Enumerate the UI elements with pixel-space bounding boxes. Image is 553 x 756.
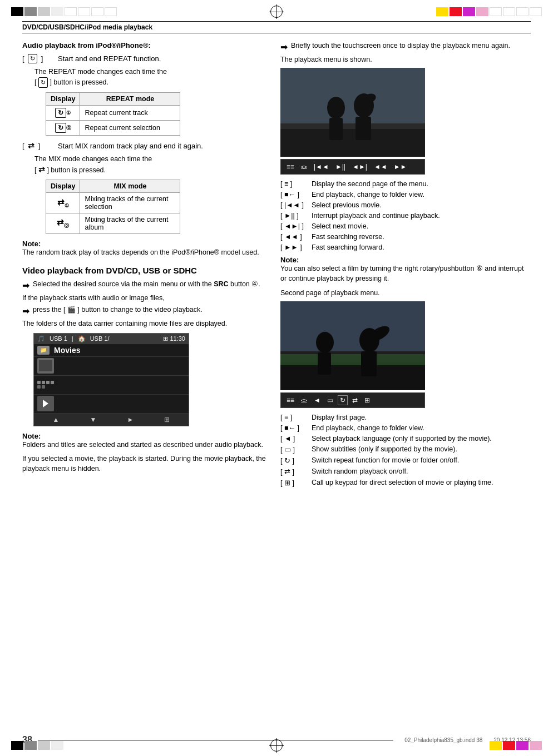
pb-btn-eq[interactable]: ≤≥ bbox=[299, 163, 309, 171]
right-item-2-end: [ ■← ] End playback, change to folder vi… bbox=[280, 424, 531, 432]
mix-desc-1: Mixing tracks of the current selection bbox=[80, 193, 180, 213]
video-point-2-text: press the [ 🎬 ] button to change to the … bbox=[33, 305, 203, 315]
fb-music-icon: 🎵 bbox=[37, 335, 45, 342]
video-point-2: ➡ press the [ 🎬 ] button to change to th… bbox=[22, 305, 267, 316]
pb-btn-menu[interactable]: ≡≡ bbox=[284, 162, 297, 172]
playback-shown-text: The playback menu is shown. bbox=[280, 56, 531, 63]
note-block-right: Note: You can also select a film by turn… bbox=[280, 256, 531, 284]
bottom-color-blocks-left bbox=[11, 741, 63, 750]
right-column: ➡ Briefly touch the touchscreen once to … bbox=[280, 41, 531, 490]
svg-point-3 bbox=[327, 97, 345, 119]
pb-btn-playpause[interactable]: ►|| bbox=[333, 162, 348, 172]
pb2-btn-prev[interactable]: ◄ bbox=[312, 395, 323, 405]
svg-rect-4 bbox=[329, 118, 343, 140]
note-text-2: Folders and titles are selected and star… bbox=[22, 440, 267, 450]
mix-icon-2: ⇄⓪ bbox=[46, 213, 80, 234]
bracket-2-repeat: [ ↻ ] bbox=[280, 456, 308, 465]
video-point-1-text: Selected the desired source via the main… bbox=[33, 280, 260, 290]
table-row: ⇄① Mixing tracks of the current selectio… bbox=[46, 193, 180, 213]
left-column: Audio playback from iPod®/iPhone®: [ ↻ ]… bbox=[22, 41, 267, 490]
right-item-playpause: [ ►|| ] Interrupt playback and continue … bbox=[280, 212, 531, 220]
svg-rect-11 bbox=[280, 354, 425, 365]
pb2-btn-menu[interactable]: ≡≡ bbox=[284, 395, 297, 405]
repeat-desc1: The REPEAT mode changes each time the bbox=[34, 67, 267, 77]
right-item-2-shuffle: [ ⇄ ] Switch random playback on/off. bbox=[280, 467, 531, 476]
repeat-desc-2: Repeat current selection bbox=[80, 121, 180, 136]
svg-rect-1 bbox=[280, 68, 425, 123]
pb2-btn-keypad[interactable]: ⊞ bbox=[362, 395, 372, 405]
video-point-1: ➡ Selected the desired source via the ma… bbox=[22, 280, 267, 291]
repeat-item-text: Start and end REPEAT function. bbox=[58, 54, 267, 64]
fb-btn-play[interactable]: ► bbox=[127, 416, 134, 424]
bracket-prev: [ |◄◄ ] bbox=[280, 201, 308, 209]
bracket-2-keypad: [ ⊞ ] bbox=[280, 479, 308, 487]
pb2-btn-repeat[interactable]: ↻ bbox=[338, 395, 348, 405]
right-item-rew: [ ◄◄ ] Fast searching reverse. bbox=[280, 233, 531, 241]
right-item-prev: [ |◄◄ ] Select previous movie. bbox=[280, 201, 531, 209]
table-row: ↻① Repeat current track bbox=[46, 106, 180, 121]
list-item bbox=[34, 357, 189, 376]
note-block-1: Note: The random track play of tracks de… bbox=[22, 240, 267, 258]
repeat-desc-1: Repeat current track bbox=[80, 106, 180, 121]
menu-text-rew: Fast searching reverse. bbox=[312, 233, 384, 241]
registration-mark-top bbox=[268, 3, 285, 20]
file-browser: 🎵 USB 1 | 🏠 USB 1/ ⊞ 11:30 📁 Movies bbox=[33, 333, 189, 426]
menu-items-1: [ ≡ ] Display the second page of the men… bbox=[280, 180, 531, 251]
repeat-table: Display REPEAT mode ↻① Repeat current tr… bbox=[46, 92, 180, 136]
fb-folder-name: Movies bbox=[54, 346, 80, 355]
right-item-fwd: [ ►► ] Fast searching forward. bbox=[280, 243, 531, 251]
bottom-color-blocks-right bbox=[490, 741, 542, 750]
note-title-1: Note: bbox=[22, 240, 267, 248]
fb-btn-grid[interactable]: ⊞ bbox=[164, 416, 170, 424]
right-item-2-firstpage: [ ≡ ] Display first page. bbox=[280, 414, 531, 421]
right-item-2-keypad: [ ⊞ ] Call up keypad for direct selectio… bbox=[280, 479, 531, 487]
repeat-icon-1: ↻① bbox=[46, 106, 80, 121]
bracket-2-lang: [ ◄ ] bbox=[280, 435, 308, 442]
menu-text-2-lang: Select playback language (only if suppor… bbox=[312, 435, 492, 442]
section-header-text: DVD/CD/USB/SDHC/iPod media playback bbox=[22, 23, 152, 31]
video-if-text: If the playback starts with audio or ima… bbox=[22, 294, 267, 302]
repeat-table-col-mode: REPEAT mode bbox=[80, 93, 180, 106]
note-title-2: Note: bbox=[22, 432, 267, 440]
registration-mark-bottom bbox=[268, 737, 285, 754]
playback-image-inner-1 bbox=[280, 68, 425, 157]
note-title-right: Note: bbox=[280, 256, 531, 264]
mix-desc2: [ ⇄ ] button is pressed. bbox=[34, 165, 267, 176]
playback-image-2 bbox=[280, 301, 425, 390]
menu-text-menu: Display the second page of the menu. bbox=[312, 180, 428, 188]
pb-btn-rew[interactable]: ◄◄ bbox=[372, 162, 389, 172]
video-section-title: Video playback from DVD/CD, USB or SDHC bbox=[22, 266, 267, 275]
bracket-end: [ ■← ] bbox=[280, 191, 308, 198]
second-page-text: Second page of playback menu. bbox=[280, 289, 531, 297]
repeat-table-col-display: Display bbox=[46, 93, 80, 106]
pb-btn-prev[interactable]: |◄◄ bbox=[312, 162, 331, 172]
mix-item-row: [ ⇄ ] Start MIX random track play and en… bbox=[22, 141, 267, 151]
fb-btn-up[interactable]: ▲ bbox=[53, 416, 60, 424]
page-content: DVD/CD/USB/SDHC/iPod media playback Audi… bbox=[0, 21, 553, 512]
menu-text-2-shuffle: Switch random playback on/off. bbox=[312, 467, 408, 475]
svg-rect-6 bbox=[356, 117, 371, 140]
pb2-btn-sub[interactable]: ▭ bbox=[325, 395, 335, 405]
arrow-icon-2: ➡ bbox=[22, 306, 29, 316]
pb2-btn-eq[interactable]: ≤≥ bbox=[299, 396, 309, 405]
bracket-fwd: [ ►► ] bbox=[280, 243, 308, 251]
svg-rect-13 bbox=[361, 351, 377, 376]
pb-btn-next[interactable]: ◄►| bbox=[350, 162, 369, 172]
pb2-btn-shuffle[interactable]: ⇄ bbox=[350, 395, 360, 405]
color-blocks-right bbox=[436, 7, 542, 16]
bracket-2-end: [ ■← ] bbox=[280, 424, 308, 432]
right-item-end: [ ■← ] End playback, change to folder vi… bbox=[280, 191, 531, 198]
bracket-menu: [ ≡ ] bbox=[280, 180, 308, 188]
right-arrow-point: ➡ Briefly touch the touchscreen once to … bbox=[280, 41, 531, 52]
mix-table: Display MIX mode ⇄① Mixing tracks of the… bbox=[46, 180, 180, 234]
mix-table-col-display: Display bbox=[46, 180, 80, 193]
list-item bbox=[34, 376, 189, 395]
fb-footer: ▲ ▼ ► ⊞ bbox=[34, 414, 189, 426]
print-marks-bottom bbox=[0, 735, 553, 756]
fb-btn-down[interactable]: ▼ bbox=[90, 416, 97, 424]
svg-rect-16 bbox=[318, 352, 331, 375]
video-folder-text: The folders of the data carrier containi… bbox=[22, 320, 267, 327]
print-marks-top bbox=[0, 0, 553, 21]
svg-rect-10 bbox=[280, 362, 425, 390]
pb-btn-fwd[interactable]: ►► bbox=[392, 162, 409, 172]
